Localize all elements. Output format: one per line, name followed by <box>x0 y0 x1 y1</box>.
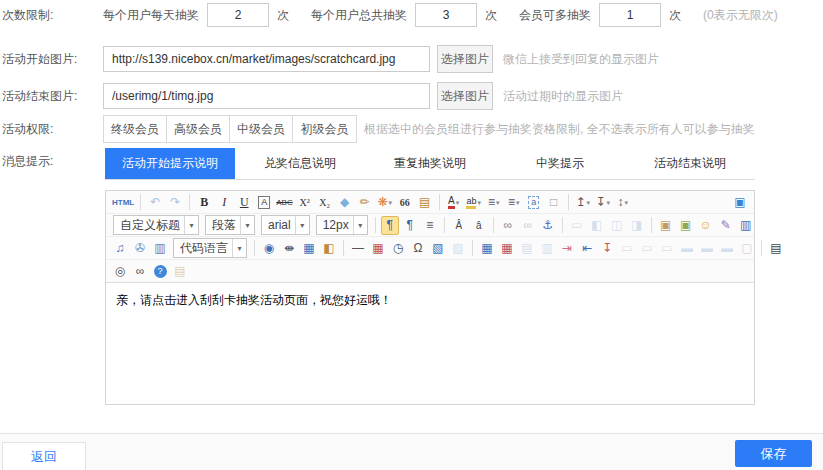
remove-format-icon[interactable]: ◆ <box>336 193 354 212</box>
clear-doc-icon[interactable]: □ <box>545 193 563 212</box>
image-float-none-icon[interactable]: ▭ <box>568 216 586 235</box>
end-image-pick-button[interactable]: 选择图片 <box>437 82 493 110</box>
to-uppercase-icon[interactable]: Â <box>450 216 468 235</box>
tab-win-tip[interactable]: 中奖提示 <box>495 148 625 179</box>
strikethrough-icon[interactable]: ABC <box>275 193 293 212</box>
scrawl-icon[interactable]: ✎ <box>717 216 735 235</box>
date-icon[interactable]: ▦ <box>369 239 387 258</box>
custom-title-dropdown[interactable]: 自定义标题▾ <box>113 215 199 235</box>
word-image-icon[interactable]: ▧ <box>429 239 447 258</box>
table-title-icon[interactable]: ▥ <box>538 239 556 258</box>
redo-icon[interactable]: ↷ <box>166 193 184 212</box>
insert-anchor-icon[interactable]: ⚓ <box>539 216 557 235</box>
html-source-icon[interactable]: HTML <box>111 193 135 212</box>
split-cols-icon[interactable]: ▬ <box>698 239 716 258</box>
link-icon[interactable]: ∞ <box>499 216 517 235</box>
font-family-dropdown[interactable]: arial▾ <box>261 215 310 235</box>
table-caption-icon[interactable]: ▤ <box>518 239 536 258</box>
direction-rtl-icon[interactable]: ¶ <box>401 216 419 235</box>
print-icon[interactable]: ▤ <box>767 239 785 258</box>
end-image-input[interactable] <box>103 83 430 109</box>
image-manager-icon[interactable]: ▣ <box>677 216 695 235</box>
ordered-list-icon[interactable]: ≡▾ <box>485 193 503 212</box>
save-button[interactable]: 保存 <box>735 440 812 467</box>
italic-icon[interactable]: I <box>215 193 233 212</box>
time-icon[interactable]: ◷ <box>389 239 407 258</box>
insert-col-icon[interactable]: ⇤ <box>578 239 596 258</box>
delete-table-icon[interactable]: ▦ <box>498 239 516 258</box>
special-chars-icon[interactable]: Ω <box>409 239 427 258</box>
unlink-icon[interactable]: ∞ <box>519 216 537 235</box>
help-icon[interactable]: ? <box>151 262 169 281</box>
direction-ltr-icon[interactable]: ¶ <box>381 216 399 235</box>
total-input[interactable] <box>415 3 477 27</box>
page-break-icon[interactable]: ⇼ <box>280 239 298 258</box>
insert-frame-icon[interactable]: ▥ <box>151 239 169 258</box>
image-float-right-icon[interactable]: ◨ <box>628 216 646 235</box>
background-icon[interactable]: ▧ <box>449 239 467 258</box>
member-extra-input[interactable] <box>599 3 661 27</box>
merge-down-icon[interactable]: ▭ <box>638 239 656 258</box>
anchor-icon[interactable]: a <box>525 193 543 212</box>
superscript-icon[interactable]: X² <box>296 193 314 212</box>
format-painter-icon[interactable]: ✏ <box>356 193 374 212</box>
to-lowercase-icon[interactable]: â <box>470 216 488 235</box>
back-button[interactable]: 返回 <box>2 442 86 470</box>
paragraph-format-dropdown[interactable]: 段落▾ <box>205 215 255 235</box>
subscript-icon[interactable]: X₂ <box>316 193 334 212</box>
paste-as-text-icon[interactable]: ▤ <box>416 193 434 212</box>
blockquote-icon[interactable]: 66 <box>396 193 414 212</box>
page-sheet-icon[interactable]: ▢ <box>738 239 756 258</box>
unordered-list-icon[interactable]: ≡▾ <box>505 193 523 212</box>
per-day-input[interactable] <box>207 3 269 27</box>
chevron-down-icon[interactable]: ▾ <box>295 216 309 234</box>
member-level-option-0[interactable]: 终级会员 <box>104 116 167 142</box>
emotion-icon[interactable]: ☺ <box>697 216 715 235</box>
line-height-icon[interactable]: ↕▾ <box>614 193 632 212</box>
tab-redeem-info[interactable]: 兑奖信息说明 <box>235 148 365 179</box>
delete-col-icon[interactable]: ▬ <box>718 239 736 258</box>
chevron-down-icon[interactable]: ▾ <box>184 216 198 234</box>
search-replace-icon[interactable]: ◎ <box>111 262 129 281</box>
tab-activity-start-tip[interactable]: 活动开始提示说明 <box>105 148 235 179</box>
insert-image-icon[interactable]: ▣ <box>657 216 675 235</box>
undo-icon[interactable]: ↶ <box>146 193 164 212</box>
member-level-option-1[interactable]: 高级会员 <box>167 116 230 142</box>
start-image-pick-button[interactable]: 选择图片 <box>437 45 493 73</box>
code-language-dropdown[interactable]: 代码语言▾ <box>173 238 247 258</box>
insert-table-icon[interactable]: ▦ <box>478 239 496 258</box>
row-spacing-bottom-icon[interactable]: ↧▾ <box>594 193 612 212</box>
music-icon[interactable]: ♫ <box>111 239 129 258</box>
insert-video-icon[interactable]: ▥ <box>737 216 755 235</box>
merge-right-icon[interactable]: ▭ <box>618 239 636 258</box>
editor-content[interactable]: 亲，请点击进入刮刮卡抽奖活动页面，祝您好运哦！ <box>106 283 754 404</box>
chevron-down-icon[interactable]: ▾ <box>232 239 246 257</box>
fullscreen-icon[interactable]: ▣ <box>731 193 749 212</box>
underline-icon[interactable]: U <box>235 193 253 212</box>
image-float-center-icon[interactable]: ◫ <box>608 216 626 235</box>
delete-row-icon[interactable]: ↧ <box>598 239 616 258</box>
template-icon[interactable]: ▦ <box>300 239 318 258</box>
tab-repeat-draw[interactable]: 重复抽奖说明 <box>365 148 495 179</box>
find-icon[interactable]: ∞ <box>131 262 149 281</box>
font-border-icon[interactable]: A <box>255 193 273 212</box>
merge-cells-icon[interactable]: ▭ <box>658 239 676 258</box>
insert-row-icon[interactable]: ⇥ <box>558 239 576 258</box>
snapshot-icon[interactable]: ◧ <box>320 239 338 258</box>
chevron-down-icon[interactable]: ▾ <box>353 216 367 234</box>
map-icon[interactable]: ◉ <box>260 239 278 258</box>
background-color-icon[interactable]: ab▾ <box>465 193 483 212</box>
image-float-left-icon[interactable]: ◧ <box>588 216 606 235</box>
font-size-dropdown[interactable]: 12px▾ <box>316 215 368 235</box>
member-level-option-2[interactable]: 中级会员 <box>230 116 293 142</box>
attachment-icon[interactable]: ✇ <box>131 239 149 258</box>
clipboard-icon[interactable]: ▤ <box>171 262 189 281</box>
auto-typeset-icon[interactable]: ❋▾ <box>376 193 394 212</box>
start-image-input[interactable] <box>103 46 430 72</box>
font-color-icon[interactable]: A▾ <box>445 193 463 212</box>
horizontal-rule-icon[interactable]: — <box>349 239 367 258</box>
member-level-option-3[interactable]: 初级会员 <box>293 116 356 142</box>
tab-activity-end[interactable]: 活动结束说明 <box>625 148 755 179</box>
chevron-down-icon[interactable]: ▾ <box>240 216 254 234</box>
split-rows-icon[interactable]: ▬ <box>678 239 696 258</box>
